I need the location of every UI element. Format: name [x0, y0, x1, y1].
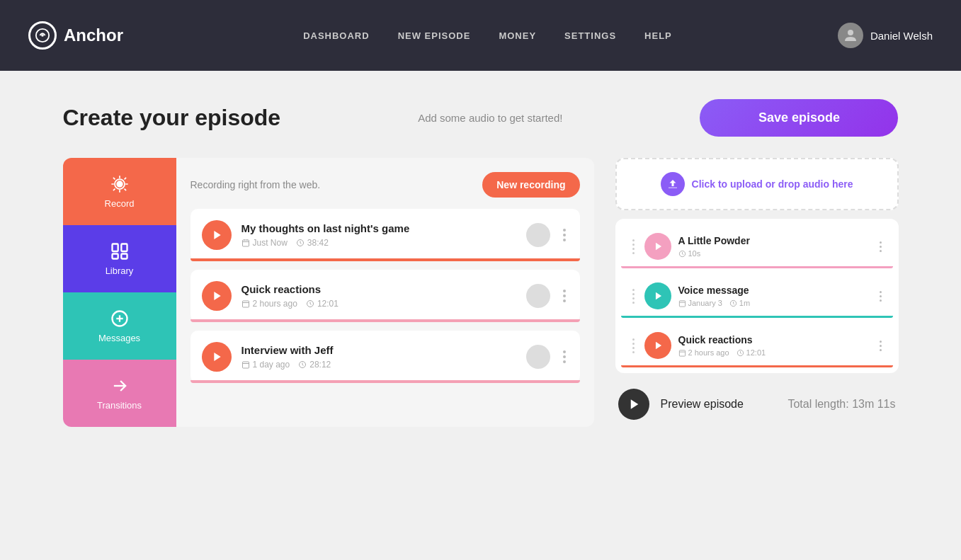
drag-handle-1[interactable]	[630, 236, 637, 257]
brand-name: Anchor	[64, 25, 123, 45]
svg-rect-36	[679, 300, 685, 306]
svg-marker-39	[656, 342, 661, 350]
play-episode-2[interactable]	[644, 282, 671, 309]
preview-play-button[interactable]	[618, 389, 649, 420]
recording-title-1: My thoughts on last night's game	[241, 222, 516, 234]
new-recording-button[interactable]: New recording	[482, 172, 579, 198]
ep-duration-1: 10s	[678, 249, 701, 258]
header-left: Create your episode	[63, 105, 281, 131]
save-episode-button[interactable]: Save episode	[700, 99, 898, 137]
ep-title-2: Voice message	[678, 285, 870, 296]
ep-meta-1: 10s	[678, 249, 870, 258]
svg-marker-43	[631, 399, 639, 409]
svg-rect-5	[112, 244, 118, 252]
svg-marker-21	[214, 292, 220, 300]
recording-item: Quick reactions 2 hours ago 12:01	[191, 270, 580, 322]
play-episode-3[interactable]	[644, 332, 671, 359]
recordings-subtitle: Recording right from the web.	[191, 179, 321, 190]
recording-time-3: 1 day ago	[241, 360, 290, 370]
svg-marker-33	[656, 243, 661, 251]
nav-help[interactable]: HELP	[644, 30, 672, 41]
preview-label: Preview episode	[661, 398, 744, 411]
svg-marker-35	[656, 292, 661, 300]
more-options-ep-1[interactable]	[877, 239, 885, 255]
recording-time-1: Just Now	[241, 238, 288, 248]
ep-duration-3: 12:01	[737, 348, 766, 357]
recording-item: Interview with Jeff 1 day ago 28:12	[191, 331, 580, 383]
upload-label: Click to upload or drop audio here	[692, 178, 853, 190]
more-options-ep-3[interactable]	[877, 338, 885, 354]
episode-footer: Preview episode Total length: 13m 11s	[615, 382, 899, 427]
sidebar-item-messages[interactable]: Messages	[63, 292, 176, 360]
sidebar-item-library[interactable]: Library	[63, 225, 176, 292]
ep-duration-2: 1m	[729, 299, 750, 307]
play-episode-1[interactable]	[644, 233, 671, 260]
recording-duration-3: 28:12	[298, 360, 331, 370]
left-panel: Record Library Messages Transitions	[63, 158, 594, 427]
add-recording-3[interactable]	[526, 345, 550, 369]
more-options-ep-2[interactable]	[877, 288, 885, 304]
sidebar-item-record[interactable]: Record	[63, 158, 176, 225]
svg-point-2	[848, 30, 853, 35]
avatar	[838, 23, 863, 48]
sidebar-label-messages: Messages	[98, 333, 140, 343]
ep-title-1: A Little Powder	[678, 235, 870, 246]
recordings-header: Recording right from the web. New record…	[191, 172, 580, 198]
right-panel: Click to upload or drop audio here A Lit…	[615, 158, 899, 427]
nav-money[interactable]: MONEY	[499, 30, 536, 41]
svg-rect-6	[121, 244, 127, 252]
ep-title-3: Quick reactions	[678, 334, 870, 345]
svg-point-3	[116, 181, 123, 187]
ep-meta-2: January 3 1m	[678, 299, 870, 307]
recording-meta-2: 2 hours ago 12:01	[241, 299, 516, 309]
recordings-panel: Recording right from the web. New record…	[176, 158, 594, 427]
svg-rect-8	[121, 254, 127, 259]
svg-marker-27	[214, 353, 220, 361]
sidebar: Record Library Messages Transitions	[63, 158, 176, 427]
nav-links: DASHBOARD NEW EPISODE MONEY SETTINGS HEL…	[171, 30, 804, 41]
play-recording-2[interactable]	[202, 281, 232, 311]
page-subtitle: Add some audio to get started!	[418, 112, 562, 124]
episode-item: Quick reactions 2 hours ago 12:01	[621, 324, 893, 367]
brand-logo	[28, 21, 57, 50]
drag-handle-3[interactable]	[630, 336, 637, 356]
recording-info-1: My thoughts on last night's game Just No…	[241, 222, 516, 248]
nav-settings[interactable]: SETTINGS	[564, 30, 616, 41]
svg-rect-14	[242, 240, 249, 246]
more-options-recording-3[interactable]	[560, 348, 569, 366]
svg-rect-7	[112, 254, 118, 259]
brand[interactable]: Anchor	[28, 21, 123, 50]
svg-rect-22	[242, 301, 249, 307]
upload-area[interactable]: Click to upload or drop audio here	[615, 158, 899, 210]
episode-item: A Little Powder 10s	[621, 224, 893, 268]
play-recording-3[interactable]	[202, 342, 232, 372]
sidebar-item-transitions[interactable]: Transitions	[63, 360, 176, 427]
play-recording-1[interactable]	[202, 220, 232, 250]
recording-meta-3: 1 day ago 28:12	[241, 360, 516, 370]
navbar: Anchor DASHBOARD NEW EPISODE MONEY SETTI…	[0, 0, 961, 71]
recording-info-2: Quick reactions 2 hours ago 12:01	[241, 283, 516, 309]
nav-dashboard[interactable]: DASHBOARD	[303, 30, 370, 41]
svg-rect-28	[242, 362, 249, 368]
upload-icon	[661, 172, 685, 196]
svg-rect-40	[679, 350, 685, 355]
add-recording-2[interactable]	[526, 284, 550, 308]
ep-info-3: Quick reactions 2 hours ago 12:01	[678, 334, 870, 357]
add-recording-1[interactable]	[526, 223, 550, 247]
more-options-recording-1[interactable]	[560, 226, 569, 244]
recording-title-3: Interview with Jeff	[241, 344, 516, 356]
episode-item: Voice message January 3 1m	[621, 274, 893, 318]
drag-handle-2[interactable]	[630, 286, 637, 307]
recording-duration-1: 38:42	[296, 238, 329, 248]
recording-meta-1: Just Now 38:42	[241, 238, 516, 248]
page-header: Create your episode Add some audio to ge…	[63, 99, 899, 137]
sidebar-label-record: Record	[105, 198, 135, 209]
ep-info-1: A Little Powder 10s	[678, 235, 870, 258]
recording-info-3: Interview with Jeff 1 day ago 28:12	[241, 344, 516, 370]
nav-new-episode[interactable]: NEW EPISODE	[398, 30, 471, 41]
more-options-recording-2[interactable]	[560, 287, 569, 305]
total-length: Total length: 13m 11s	[787, 398, 895, 411]
recording-item: My thoughts on last night's game Just No…	[191, 209, 580, 261]
main-content: Create your episode Add some audio to ge…	[28, 71, 934, 455]
ep-meta-3: 2 hours ago 12:01	[678, 348, 870, 357]
